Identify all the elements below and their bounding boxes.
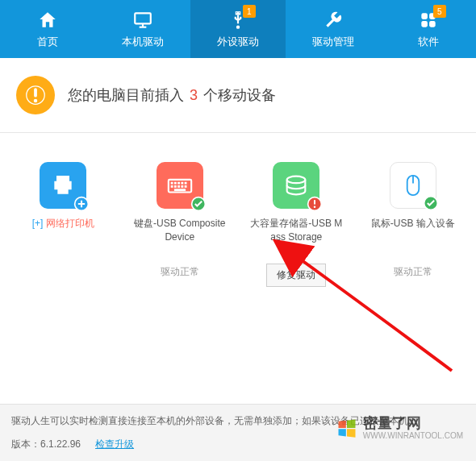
top-nav: 首页 本机驱动 1 外设驱动 驱动管理 5 软件 [0,0,476,58]
svg-rect-4 [236,12,237,13]
nav-driver-management[interactable]: 驱动管理 [286,0,381,58]
nav-label: 本机驱动 [122,35,164,49]
device-tile [390,162,436,209]
svg-point-6 [236,26,240,29]
device-mass-storage[interactable]: 大容量存储器-USB Mass Storage [249,162,344,244]
banner-prefix: 您的电脑目前插入 [68,87,188,103]
add-badge-icon [73,196,90,212]
nav-badge: 1 [243,5,256,18]
watermark-url: WWW.WINRANTOOL.COM [363,431,463,440]
svg-rect-13 [34,88,37,97]
wrench-icon [323,9,344,31]
svg-rect-25 [181,185,183,188]
printer-icon [50,172,76,198]
svg-rect-24 [177,185,180,188]
mouse-icon [401,172,425,199]
svg-rect-27 [174,189,186,191]
nav-local-drivers[interactable]: 本机驱动 [95,0,190,58]
svg-rect-18 [174,182,177,185]
svg-point-29 [287,177,306,184]
nav-label: 首页 [37,35,58,49]
banner-text: 您的电脑目前插入 3 个移动设备 [68,85,276,105]
keyboard-icon [166,172,194,199]
nav-label: 外设驱动 [217,35,259,49]
device-name: 大容量存储器-USB Mass Storage [249,217,344,244]
device-name: 键盘-USB Composite Device [133,217,228,244]
nav-label: 软件 [418,35,439,49]
monitor-icon [132,9,153,31]
ok-badge-icon [423,195,439,211]
status-normal: 驱动正常 [161,266,199,277]
svg-rect-19 [177,182,180,185]
repair-button[interactable]: 修复驱动 [266,264,326,287]
warn-badge-icon [307,196,323,212]
svg-rect-20 [181,182,183,185]
device-name: 鼠标-USB 输入设备 [366,217,461,230]
warning-icon [16,76,55,114]
svg-rect-0 [135,13,151,23]
device-tile [273,162,319,209]
status-row: 驱动正常 修复驱动 驱动正常 [0,252,476,287]
watermark: 密量了网 WWW.WINRANTOOL.COM [336,416,463,440]
svg-point-14 [34,99,38,103]
nav-peripheral-drivers[interactable]: 1 外设驱动 [190,0,286,58]
ok-badge-icon [190,196,207,212]
nav-badge: 5 [433,5,446,18]
device-keyboard[interactable]: 键盘-USB Composite Device [133,162,228,244]
svg-rect-9 [421,21,428,27]
nav-home[interactable]: 首页 [0,0,95,58]
svg-rect-22 [170,185,173,188]
device-grid: [+] 网络打印机 键盘-USB Composite Device 大容量存储器… [0,133,476,252]
svg-rect-21 [184,182,186,185]
device-network-printer[interactable]: [+] 网络打印机 [16,162,111,244]
svg-rect-31 [314,200,315,205]
svg-rect-7 [421,13,428,19]
svg-rect-5 [239,12,240,13]
device-count: 3 [190,87,198,103]
watermark-text: 密量了网 [363,415,421,431]
notice-banner: 您的电脑目前插入 3 个移动设备 [0,58,476,133]
version-text: 版本：6.1.22.96 [11,438,81,451]
svg-rect-26 [184,185,186,188]
storage-icon [282,172,310,199]
windows-logo-icon [336,417,358,439]
svg-rect-3 [236,11,241,15]
svg-rect-23 [174,185,177,188]
home-icon [37,9,58,31]
svg-rect-10 [429,21,436,27]
device-tile [157,162,203,209]
svg-point-32 [314,206,316,209]
nav-software[interactable]: 5 软件 [381,0,476,58]
svg-rect-17 [170,182,173,185]
check-update-link[interactable]: 检查升级 [95,438,134,451]
device-mouse[interactable]: 鼠标-USB 输入设备 [366,162,461,244]
device-tile [40,162,86,209]
device-name: [+] 网络打印机 [16,217,111,230]
banner-suffix: 个移动设备 [199,87,276,103]
nav-label: 驱动管理 [312,35,354,49]
status-normal: 驱动正常 [394,266,432,277]
